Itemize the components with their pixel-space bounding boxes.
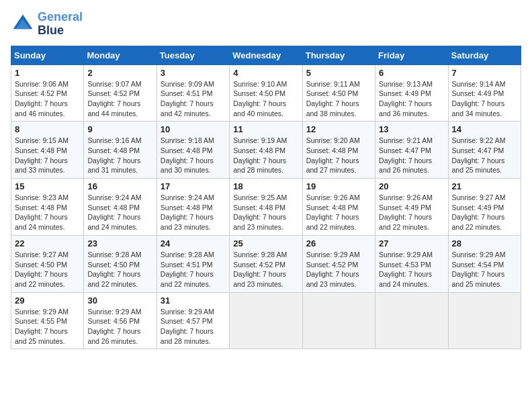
day-info: Sunrise: 9:11 AM Sunset: 4:50 PM Dayligh… bbox=[306, 79, 371, 119]
header-wednesday: Wednesday bbox=[230, 46, 302, 64]
header-friday: Friday bbox=[375, 46, 448, 64]
day-info: Sunrise: 9:15 AM Sunset: 4:48 PM Dayligh… bbox=[15, 136, 80, 175]
calendar-cell: 14 Sunrise: 9:22 AM Sunset: 4:47 PM Dayl… bbox=[448, 122, 521, 179]
day-number: 30 bbox=[87, 295, 152, 306]
calendar-cell: 28 Sunrise: 9:29 AM Sunset: 4:54 PM Dayl… bbox=[448, 235, 521, 292]
calendar-cell: 8 Sunrise: 9:15 AM Sunset: 4:48 PM Dayli… bbox=[11, 122, 84, 179]
day-info: Sunrise: 9:29 AM Sunset: 4:55 PM Dayligh… bbox=[15, 307, 80, 347]
day-number: 17 bbox=[161, 181, 226, 191]
calendar-cell: 31 Sunrise: 9:29 AM Sunset: 4:57 PM Dayl… bbox=[157, 292, 229, 349]
calendar-week-5: 29 Sunrise: 9:29 AM Sunset: 4:55 PM Dayl… bbox=[11, 292, 521, 349]
calendar-cell: 26 Sunrise: 9:29 AM Sunset: 4:52 PM Dayl… bbox=[302, 235, 375, 292]
day-number: 11 bbox=[233, 124, 298, 134]
day-number: 27 bbox=[379, 238, 444, 248]
day-number: 1 bbox=[15, 68, 80, 78]
calendar-week-3: 15 Sunrise: 9:23 AM Sunset: 4:48 PM Dayl… bbox=[11, 179, 521, 236]
day-number: 22 bbox=[15, 238, 80, 248]
day-info: Sunrise: 9:24 AM Sunset: 4:48 PM Dayligh… bbox=[87, 193, 152, 232]
calendar-week-1: 1 Sunrise: 9:06 AM Sunset: 4:52 PM Dayli… bbox=[11, 64, 521, 122]
day-info: Sunrise: 9:27 AM Sunset: 4:49 PM Dayligh… bbox=[452, 193, 517, 232]
day-info: Sunrise: 9:24 AM Sunset: 4:48 PM Dayligh… bbox=[161, 193, 226, 232]
day-number: 10 bbox=[161, 124, 226, 134]
day-number: 31 bbox=[161, 295, 226, 306]
day-info: Sunrise: 9:28 AM Sunset: 4:52 PM Dayligh… bbox=[233, 250, 298, 289]
day-info: Sunrise: 9:18 AM Sunset: 4:48 PM Dayligh… bbox=[161, 136, 226, 175]
day-info: Sunrise: 9:26 AM Sunset: 4:48 PM Dayligh… bbox=[306, 193, 371, 232]
calendar-cell: 13 Sunrise: 9:21 AM Sunset: 4:47 PM Dayl… bbox=[375, 122, 448, 179]
calendar-table: SundayMondayTuesdayWednesdayThursdayFrid… bbox=[11, 46, 521, 350]
calendar-cell: 4 Sunrise: 9:10 AM Sunset: 4:50 PM Dayli… bbox=[230, 64, 302, 122]
calendar-cell: 30 Sunrise: 9:29 AM Sunset: 4:56 PM Dayl… bbox=[84, 292, 157, 349]
calendar-cell: 6 Sunrise: 9:13 AM Sunset: 4:49 PM Dayli… bbox=[375, 64, 448, 122]
calendar-cell: 7 Sunrise: 9:14 AM Sunset: 4:49 PM Dayli… bbox=[448, 64, 521, 122]
day-info: Sunrise: 9:20 AM Sunset: 4:48 PM Dayligh… bbox=[306, 136, 371, 175]
calendar-cell: 15 Sunrise: 9:23 AM Sunset: 4:48 PM Dayl… bbox=[11, 179, 84, 236]
day-number: 14 bbox=[452, 124, 517, 134]
day-info: Sunrise: 9:29 AM Sunset: 4:56 PM Dayligh… bbox=[87, 307, 152, 347]
header-sunday: Sunday bbox=[11, 46, 84, 64]
calendar-cell bbox=[448, 292, 521, 349]
calendar-cell: 2 Sunrise: 9:07 AM Sunset: 4:52 PM Dayli… bbox=[84, 64, 157, 122]
day-number: 6 bbox=[379, 68, 444, 78]
calendar-cell: 10 Sunrise: 9:18 AM Sunset: 4:48 PM Dayl… bbox=[157, 122, 229, 179]
day-number: 2 bbox=[87, 68, 152, 78]
day-info: Sunrise: 9:10 AM Sunset: 4:50 PM Dayligh… bbox=[233, 79, 298, 119]
calendar-cell: 9 Sunrise: 9:16 AM Sunset: 4:48 PM Dayli… bbox=[84, 122, 157, 179]
day-number: 3 bbox=[161, 68, 226, 78]
day-info: Sunrise: 9:16 AM Sunset: 4:48 PM Dayligh… bbox=[87, 136, 152, 175]
header-saturday: Saturday bbox=[448, 46, 521, 64]
calendar-cell bbox=[302, 292, 375, 349]
day-info: Sunrise: 9:29 AM Sunset: 4:54 PM Dayligh… bbox=[452, 250, 517, 289]
day-info: Sunrise: 9:22 AM Sunset: 4:47 PM Dayligh… bbox=[452, 136, 517, 175]
day-info: Sunrise: 9:29 AM Sunset: 4:57 PM Dayligh… bbox=[161, 307, 226, 347]
day-number: 13 bbox=[379, 124, 444, 134]
day-number: 8 bbox=[15, 124, 80, 134]
day-number: 15 bbox=[15, 181, 80, 191]
calendar-cell: 1 Sunrise: 9:06 AM Sunset: 4:52 PM Dayli… bbox=[11, 64, 84, 122]
calendar-cell: 21 Sunrise: 9:27 AM Sunset: 4:49 PM Dayl… bbox=[448, 179, 521, 236]
calendar-cell: 20 Sunrise: 9:26 AM Sunset: 4:49 PM Dayl… bbox=[375, 179, 448, 236]
day-info: Sunrise: 9:26 AM Sunset: 4:49 PM Dayligh… bbox=[379, 193, 444, 232]
day-number: 5 bbox=[306, 68, 371, 78]
calendar-week-2: 8 Sunrise: 9:15 AM Sunset: 4:48 PM Dayli… bbox=[11, 122, 521, 179]
calendar-cell: 23 Sunrise: 9:28 AM Sunset: 4:50 PM Dayl… bbox=[84, 235, 157, 292]
calendar-cell: 25 Sunrise: 9:28 AM Sunset: 4:52 PM Dayl… bbox=[230, 235, 302, 292]
calendar-cell: 17 Sunrise: 9:24 AM Sunset: 4:48 PM Dayl… bbox=[157, 179, 229, 236]
calendar-cell: 19 Sunrise: 9:26 AM Sunset: 4:48 PM Dayl… bbox=[302, 179, 375, 236]
day-number: 12 bbox=[306, 124, 371, 134]
logo-icon bbox=[11, 12, 35, 36]
day-number: 20 bbox=[379, 181, 444, 191]
day-number: 23 bbox=[87, 238, 152, 248]
day-info: Sunrise: 9:21 AM Sunset: 4:47 PM Dayligh… bbox=[379, 136, 444, 175]
day-info: Sunrise: 9:28 AM Sunset: 4:51 PM Dayligh… bbox=[161, 250, 226, 289]
page-header: GeneralBlue bbox=[11, 11, 521, 38]
day-number: 21 bbox=[452, 181, 517, 191]
day-number: 24 bbox=[161, 238, 226, 248]
calendar-cell: 24 Sunrise: 9:28 AM Sunset: 4:51 PM Dayl… bbox=[157, 235, 229, 292]
day-info: Sunrise: 9:27 AM Sunset: 4:50 PM Dayligh… bbox=[15, 250, 80, 289]
day-info: Sunrise: 9:28 AM Sunset: 4:50 PM Dayligh… bbox=[87, 250, 152, 289]
day-info: Sunrise: 9:25 AM Sunset: 4:48 PM Dayligh… bbox=[233, 193, 298, 232]
day-info: Sunrise: 9:23 AM Sunset: 4:48 PM Dayligh… bbox=[15, 193, 80, 232]
day-number: 28 bbox=[452, 238, 517, 248]
calendar-cell bbox=[230, 292, 302, 349]
day-number: 9 bbox=[87, 124, 152, 134]
day-number: 26 bbox=[306, 238, 371, 248]
calendar-cell: 3 Sunrise: 9:09 AM Sunset: 4:51 PM Dayli… bbox=[157, 64, 229, 122]
calendar-cell: 5 Sunrise: 9:11 AM Sunset: 4:50 PM Dayli… bbox=[302, 64, 375, 122]
calendar-cell: 27 Sunrise: 9:29 AM Sunset: 4:53 PM Dayl… bbox=[375, 235, 448, 292]
header-thursday: Thursday bbox=[302, 46, 375, 64]
day-number: 4 bbox=[233, 68, 298, 78]
calendar-cell: 11 Sunrise: 9:19 AM Sunset: 4:48 PM Dayl… bbox=[230, 122, 302, 179]
day-info: Sunrise: 9:29 AM Sunset: 4:53 PM Dayligh… bbox=[379, 250, 444, 289]
day-info: Sunrise: 9:07 AM Sunset: 4:52 PM Dayligh… bbox=[87, 79, 152, 119]
logo-text: GeneralBlue bbox=[38, 11, 83, 38]
day-number: 29 bbox=[15, 295, 80, 306]
day-info: Sunrise: 9:13 AM Sunset: 4:49 PM Dayligh… bbox=[379, 79, 444, 119]
day-info: Sunrise: 9:14 AM Sunset: 4:49 PM Dayligh… bbox=[452, 79, 517, 119]
calendar-cell: 12 Sunrise: 9:20 AM Sunset: 4:48 PM Dayl… bbox=[302, 122, 375, 179]
calendar-cell bbox=[375, 292, 448, 349]
day-info: Sunrise: 9:09 AM Sunset: 4:51 PM Dayligh… bbox=[161, 79, 226, 119]
day-number: 19 bbox=[306, 181, 371, 191]
calendar-cell: 16 Sunrise: 9:24 AM Sunset: 4:48 PM Dayl… bbox=[84, 179, 157, 236]
